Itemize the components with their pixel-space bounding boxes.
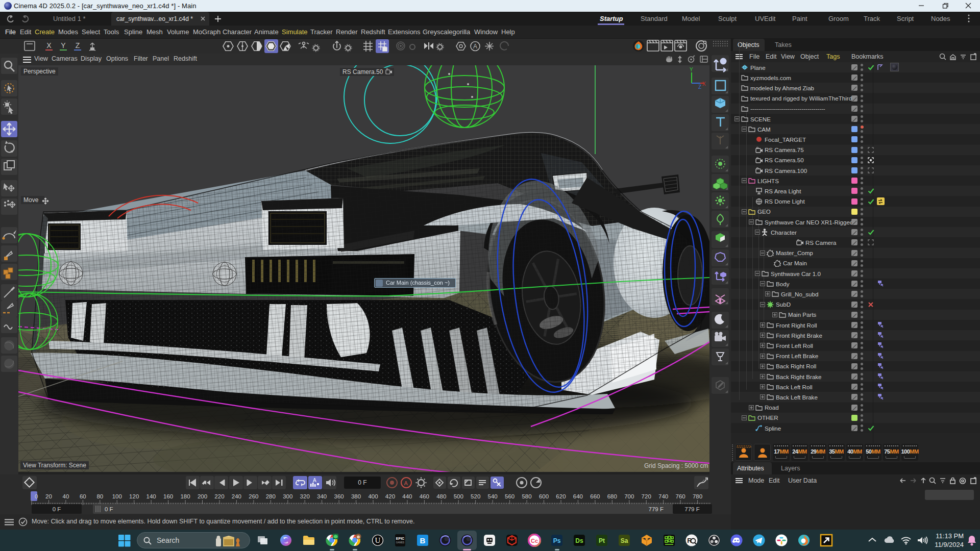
svg-text:A: A [313,478,316,483]
svg-text:Z: Z [698,84,701,90]
svg-text:100: 100 [112,493,122,499]
svg-text:60: 60 [80,493,86,499]
svg-text:760: 760 [676,493,685,499]
svg-text:440: 440 [402,493,412,499]
svg-text:0 F: 0 F [53,506,61,512]
svg-text:500: 500 [454,493,463,499]
svg-text:260: 260 [249,493,258,499]
svg-text:740: 740 [658,493,668,499]
svg-text:EPIC: EPIC [396,537,404,540]
svg-text:540: 540 [488,493,498,499]
svg-text:Pt: Pt [599,537,605,544]
svg-text:A: A [404,480,408,486]
svg-text:160: 160 [163,493,173,499]
svg-text:80: 80 [96,493,103,499]
svg-text:700: 700 [624,493,634,499]
svg-text:Ds: Ds [575,537,583,544]
svg-text:R: R [687,537,692,544]
svg-text:0 F: 0 F [358,479,366,486]
svg-text:Sa: Sa [621,537,628,544]
svg-text:Ps: Ps [553,537,561,544]
svg-text:A: A [473,43,477,50]
svg-text:X: X [46,41,52,49]
svg-text:280: 280 [266,493,276,499]
svg-text:340: 340 [317,493,327,499]
svg-text:380: 380 [351,493,361,499]
svg-text:GAMES: GAMES [396,541,404,544]
svg-text:779 F: 779 F [684,506,699,512]
svg-text:U: U [375,536,381,544]
svg-text:660: 660 [590,493,600,499]
svg-text:300: 300 [283,493,292,499]
svg-text:40: 40 [63,493,69,499]
svg-text:720: 720 [642,493,651,499]
svg-text:460: 460 [420,493,429,499]
svg-text:0: 0 [35,493,38,499]
svg-text:220: 220 [214,493,224,499]
svg-text:X: X [702,81,706,87]
svg-text:520: 520 [471,493,480,499]
svg-text:560: 560 [505,493,514,499]
svg-text:0 F: 0 F [105,506,113,512]
svg-text:Y: Y [61,41,66,49]
svg-text:140: 140 [146,493,156,499]
svg-text:320: 320 [300,493,310,499]
svg-text:B: B [420,536,426,545]
svg-text:360: 360 [334,493,344,499]
svg-text:240: 240 [232,493,241,499]
svg-text:480: 480 [436,493,446,499]
svg-text:Z: Z [76,41,80,49]
svg-text:120: 120 [129,493,139,499]
svg-text:779 F: 779 F [649,506,664,512]
svg-text:780: 780 [693,493,702,499]
svg-text:400: 400 [368,493,378,499]
svg-text:20: 20 [45,493,52,499]
svg-text:Y: Y [690,67,693,72]
svg-text:Cc: Cc [531,538,538,544]
svg-text:620: 620 [556,493,566,499]
svg-text:580: 580 [522,493,531,499]
svg-text:640: 640 [573,493,583,499]
svg-text:180: 180 [180,493,190,499]
svg-text:680: 680 [607,493,617,499]
svg-text:600: 600 [539,493,549,499]
svg-text:200: 200 [198,493,207,499]
svg-text:420: 420 [385,493,395,499]
